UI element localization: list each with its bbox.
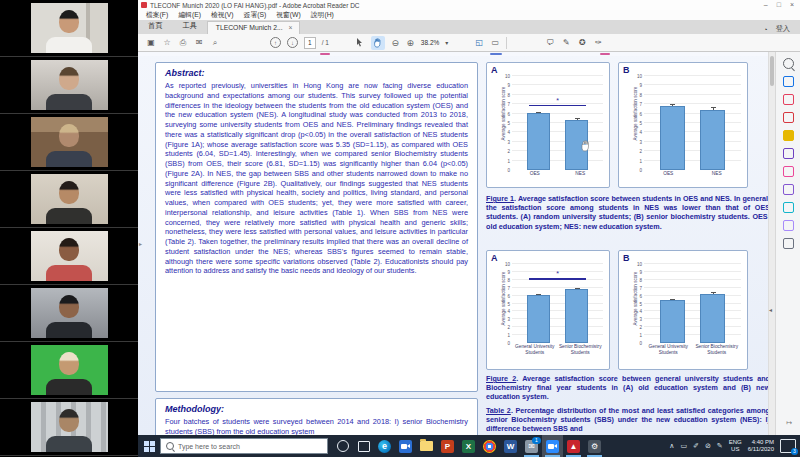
- tab-close-icon[interactable]: ×: [289, 24, 293, 31]
- menu-window[interactable]: 視窗(W): [272, 10, 305, 20]
- fill-sign-icon[interactable]: [783, 166, 794, 177]
- sign-pen-icon[interactable]: ✑: [593, 37, 603, 49]
- taskbar-search-input[interactable]: Type here to search: [160, 438, 328, 454]
- create-pdf-icon[interactable]: [783, 112, 794, 123]
- participant-video[interactable]: [31, 60, 108, 110]
- y-tick-label: 6: [501, 112, 510, 117]
- cortana-icon: [337, 440, 349, 452]
- participant-video[interactable]: [31, 345, 108, 395]
- save-icon[interactable]: ▣: [146, 37, 156, 49]
- edit-pdf-icon[interactable]: [783, 94, 794, 105]
- camera-app-taskbar-icon[interactable]: [395, 435, 416, 457]
- page-down-icon[interactable]: ↓: [287, 37, 298, 48]
- find-tools-icon[interactable]: [783, 58, 794, 69]
- tab-document[interactable]: TLECONF Munich 2... ×: [207, 21, 300, 34]
- y-tick-label: 3: [633, 317, 642, 322]
- fit-page-icon[interactable]: ▭: [490, 37, 500, 49]
- scrollbar-thumb[interactable]: [770, 56, 774, 86]
- tray-icon[interactable]: ✐: [693, 442, 699, 450]
- word-taskbar-icon[interactable]: W: [500, 435, 521, 457]
- acrobat-title-bar[interactable]: TLECONF Munich 2020 (LO FAI HANG).pdf - …: [138, 0, 800, 10]
- stamp-icon[interactable]: ✪: [577, 37, 587, 49]
- excel-taskbar-icon[interactable]: X: [458, 435, 479, 457]
- settings-taskbar-icon[interactable]: ⚙: [584, 435, 605, 457]
- participant-video[interactable]: [31, 174, 108, 224]
- error-bar: [713, 107, 714, 110]
- compress-pdf-icon[interactable]: [783, 202, 794, 213]
- error-bar: [713, 292, 714, 294]
- clock[interactable]: 4:40 PM 6/11/2020: [748, 439, 774, 453]
- zoom-out-icon[interactable]: ⊖: [391, 38, 400, 47]
- print-icon[interactable]: ⎙: [178, 37, 188, 49]
- close-button[interactable]: ×: [790, 0, 794, 10]
- chrome-taskbar-icon[interactable]: [479, 435, 500, 457]
- acrobat-taskbar-icon[interactable]: ▲: [563, 435, 584, 457]
- participant-video[interactable]: [31, 117, 108, 167]
- protect-icon[interactable]: [783, 184, 794, 195]
- edge-taskbar-icon[interactable]: e: [374, 435, 395, 457]
- mail-taskbar-icon[interactable]: ✉1: [521, 435, 542, 457]
- tab-tools[interactable]: 工具: [172, 19, 206, 34]
- sign-in-button[interactable]: 登入: [776, 24, 790, 34]
- page-up-icon[interactable]: ↑: [270, 37, 281, 48]
- export-pdf-icon[interactable]: [783, 76, 794, 87]
- y-tick-label: 5: [501, 121, 510, 126]
- notification-bell-icon[interactable]: ◔: [763, 25, 767, 34]
- combine-files-icon[interactable]: [783, 148, 794, 159]
- measure-icon[interactable]: [783, 220, 794, 231]
- tray-icon[interactable]: ⊘: [705, 442, 711, 450]
- zoom-taskbar-icon[interactable]: [542, 435, 563, 457]
- bar-1: [700, 294, 725, 343]
- zoom-dropdown-icon[interactable]: ▾: [445, 39, 448, 46]
- abstract-box: Abstract: As reported previously, univer…: [155, 62, 478, 392]
- zoom-in-icon[interactable]: ⊕: [406, 38, 415, 47]
- page-number-field[interactable]: 1: [304, 37, 316, 49]
- select-tool-icon[interactable]: [355, 37, 365, 49]
- notification-center-icon[interactable]: 3: [780, 439, 796, 453]
- maximize-button[interactable]: □: [777, 0, 781, 10]
- email-icon[interactable]: ✉: [194, 37, 204, 49]
- start-button[interactable]: [138, 435, 160, 457]
- y-tick-label: 8: [501, 93, 510, 98]
- minimize-button[interactable]: –: [764, 0, 768, 10]
- word-icon: W: [504, 440, 517, 453]
- menu-help[interactable]: 說明(H): [307, 10, 338, 20]
- menu-sign[interactable]: 簽署(S): [240, 10, 271, 20]
- star-icon[interactable]: ☆: [162, 37, 172, 49]
- zoom-level-value[interactable]: 38.2%: [421, 39, 439, 46]
- comment-icon[interactable]: 🗩: [545, 37, 555, 49]
- y-tick-label: 4: [633, 130, 642, 135]
- language-indicator[interactable]: ENGUS: [729, 439, 742, 453]
- participant-video[interactable]: [31, 3, 108, 53]
- y-tick-label: 2: [633, 325, 642, 330]
- comment-icon[interactable]: [783, 130, 794, 141]
- tools-panel-expander-icon[interactable]: ↦: [786, 419, 792, 427]
- bar-1: [700, 110, 725, 170]
- participant-video[interactable]: [31, 288, 108, 338]
- hand-tool-icon[interactable]: [371, 36, 385, 50]
- cortana-taskbar-icon[interactable]: [332, 435, 353, 457]
- left-panel-toggle-icon[interactable]: ▸: [139, 240, 142, 247]
- figure2-caption: Figure 2. Average satisfaction score bet…: [486, 374, 770, 402]
- search-placeholder: Type here to search: [178, 443, 240, 450]
- pdf-document[interactable]: ▸ Abstract: As reported previously, univ…: [138, 52, 776, 435]
- zoom-meeting-window: TLECONF Munich 2020 (LO FAI HANG).pdf - …: [0, 0, 800, 457]
- participant-video[interactable]: [31, 402, 108, 452]
- menu-view[interactable]: 檢視(V): [207, 10, 238, 20]
- tray-icon[interactable]: ▭: [680, 442, 687, 450]
- powerpoint-taskbar-icon[interactable]: P: [437, 435, 458, 457]
- tray-caret-icon[interactable]: ∧: [669, 442, 674, 450]
- right-panel-toggle-icon[interactable]: ◂: [769, 306, 772, 313]
- task-view-taskbar-icon[interactable]: [353, 435, 374, 457]
- y-tick-label: 10: [501, 74, 510, 79]
- pencil-icon[interactable]: ✎: [561, 37, 571, 49]
- excel-icon: X: [462, 440, 475, 453]
- tab-home[interactable]: 首頁: [138, 19, 172, 34]
- search-icon[interactable]: ⌕: [210, 37, 220, 49]
- windows-logo-icon: [144, 441, 155, 452]
- participant-video[interactable]: [31, 231, 108, 281]
- fit-width-icon[interactable]: ◱: [474, 37, 484, 49]
- tray-icon[interactable]: ✎: [717, 442, 723, 450]
- file-explorer-taskbar-icon[interactable]: [416, 435, 437, 457]
- more-tools-icon[interactable]: [783, 238, 794, 249]
